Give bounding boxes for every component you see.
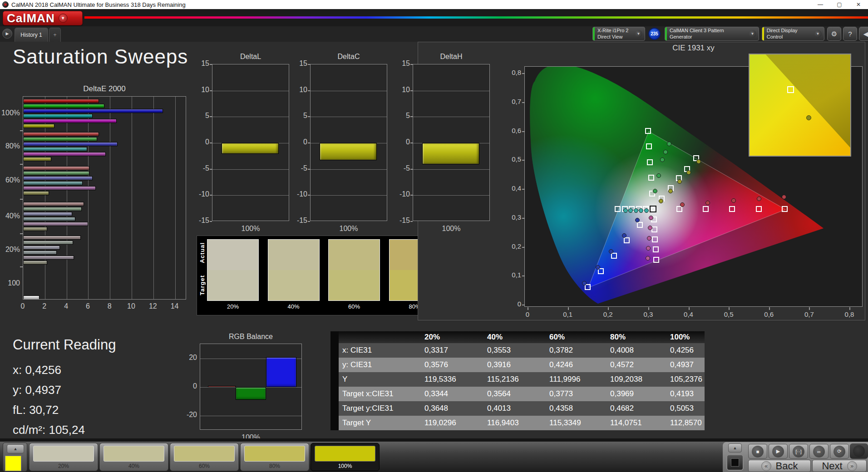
pattern-preview-panel: ▲ xyxy=(3,442,27,472)
stop-pattern-button[interactable] xyxy=(726,454,744,471)
pattern-swatch-color xyxy=(33,446,94,462)
axis-tick xyxy=(522,73,525,74)
axis-tick xyxy=(308,169,310,170)
gridline xyxy=(132,97,132,299)
interval-icon: [··] xyxy=(793,446,804,457)
expand-transport-button[interactable]: ▲ xyxy=(728,443,742,452)
table-cell: 0,5053 xyxy=(670,401,694,416)
deltae-ytick-label: 80% xyxy=(0,142,20,150)
table-cell: 0,4013 xyxy=(487,401,511,416)
target-row-label: Target xyxy=(199,275,206,295)
table-cell: 0,4193 xyxy=(670,387,694,401)
cie-xtick-label: 0,3 xyxy=(639,310,657,318)
deltae-bar-magenta xyxy=(23,119,117,123)
pattern-swatch-label: 100% xyxy=(311,463,379,469)
deltae-bar-magenta xyxy=(23,186,96,190)
stop-icon: ■ xyxy=(752,446,764,457)
play-button[interactable]: ▶ xyxy=(769,444,788,459)
gridline xyxy=(413,91,489,91)
deltac-ytick-label: -5 xyxy=(292,164,307,172)
deltal-ytick-label: 10 xyxy=(194,86,209,94)
rgb-bar-green xyxy=(236,387,266,400)
cie-measured-marker-cyan xyxy=(634,208,638,213)
table-cell: 0,3648 xyxy=(424,401,448,416)
axis-tick xyxy=(20,164,23,165)
deltae-xtick-label: 12 xyxy=(146,302,160,310)
axis-tick xyxy=(522,131,525,132)
cie-target-marker-cyan xyxy=(615,206,621,212)
table-cell: 0,3564 xyxy=(487,387,511,401)
deltae-bar-magenta xyxy=(23,152,106,156)
deltal-bar xyxy=(222,143,279,154)
gridline xyxy=(67,97,67,299)
axis-tick xyxy=(522,189,525,190)
refresh-icon: ⟳ xyxy=(833,446,845,457)
pattern-swatch-button-20%[interactable]: 20% xyxy=(29,443,98,471)
axis-tick xyxy=(210,195,212,196)
deltae-bar-blue xyxy=(23,176,93,180)
pattern-swatch-label: 20% xyxy=(30,463,98,469)
compare-swatch-label: 40% xyxy=(268,303,320,310)
deltae-bar-green xyxy=(23,137,97,141)
cie-target-marker-red xyxy=(676,206,682,212)
calman-window: CalMAN 2018 CalMAN Ultimate for Business… xyxy=(0,0,868,472)
table-column-header: 60% xyxy=(549,331,565,343)
reading-line: fL: 30,72 xyxy=(13,403,59,417)
deltal-ytick-label: 5 xyxy=(194,112,209,120)
table-column-header: 20% xyxy=(424,331,440,343)
rgb-balance-title: RGB Balance xyxy=(200,333,302,341)
gridline xyxy=(311,91,387,91)
pattern-swatch-button-80%[interactable]: 80% xyxy=(240,443,309,471)
pattern-swatch-color xyxy=(315,446,375,462)
deltae-bar-blue xyxy=(23,212,72,216)
table-row: y: CIE310,35760,39160,42460,45720,4937 xyxy=(339,358,705,372)
pattern-swatch-button-60%[interactable]: 60% xyxy=(170,443,239,471)
compare-swatch-label: 60% xyxy=(328,303,380,310)
gridline xyxy=(413,169,489,170)
deltae-xtick-label: 6 xyxy=(81,302,94,310)
refresh-button[interactable]: ⟳ xyxy=(830,444,849,459)
workspace: Saturation Sweeps Actual Target 20%40%60… xyxy=(0,0,868,472)
table-cell: 116,9403 xyxy=(487,416,519,430)
table-cell: 0,3916 xyxy=(487,358,511,372)
cie-target-marker-magenta xyxy=(653,246,659,252)
cie-measured-marker-red xyxy=(782,195,786,199)
back-button[interactable]: « Back xyxy=(748,460,811,472)
pattern-swatch-button-40%[interactable]: 40% xyxy=(99,443,168,471)
deltac-ytick-label: 0 xyxy=(292,138,307,146)
disabled-transport-slot xyxy=(850,443,868,459)
interval-button[interactable]: [··] xyxy=(789,444,808,459)
cie-xtick-label: 0,6 xyxy=(760,310,778,318)
compare-swatch-label: 20% xyxy=(207,303,259,310)
axis-tick xyxy=(20,130,23,131)
deltac-chart-title: DeltaC xyxy=(310,53,387,61)
cie-measured-marker-magenta xyxy=(647,236,651,241)
pattern-swatch-button-100%[interactable]: 100% xyxy=(311,443,380,471)
stop-button[interactable]: ■ xyxy=(748,444,767,459)
axis-tick xyxy=(410,221,413,222)
rgb-balance-plot xyxy=(200,344,302,430)
deltae-bar-magenta xyxy=(23,222,88,226)
table-column-header: 100% xyxy=(670,331,690,343)
cie-ytick-label: 0,5 xyxy=(500,155,521,163)
axis-tick xyxy=(608,307,609,310)
cie-measured-marker-red xyxy=(731,198,736,203)
table-cell: 0,3317 xyxy=(424,343,448,358)
table-cell: 0,4008 xyxy=(610,343,634,358)
deltae-bar-red xyxy=(23,99,99,103)
cie-chart-title: CIE 1931 xy xyxy=(524,44,863,53)
loop-button[interactable]: ∞ xyxy=(809,444,829,459)
table-cell: 0,4256 xyxy=(670,343,694,358)
bottom-bar: ▲ ▲ « Back Next » ■▶[··]∞⟳ 20%40%60%80%1… xyxy=(0,442,868,472)
table-row: Target y:CIE310,36480,40130,43580,46820,… xyxy=(339,401,705,416)
axis-tick xyxy=(522,275,525,276)
next-button[interactable]: Next » xyxy=(812,460,867,472)
gridline xyxy=(413,117,489,117)
transport-dock: ▲ « Back Next » ■▶[··]∞⟳ xyxy=(723,442,868,472)
table-cell: 114,0751 xyxy=(610,416,642,430)
expand-preview-button[interactable]: ▲ xyxy=(7,444,24,453)
gridline xyxy=(200,416,301,416)
deltah-ytick-label: 5 xyxy=(395,112,410,120)
deltae-xtick-label: 14 xyxy=(168,302,182,310)
axis-tick xyxy=(210,64,212,65)
